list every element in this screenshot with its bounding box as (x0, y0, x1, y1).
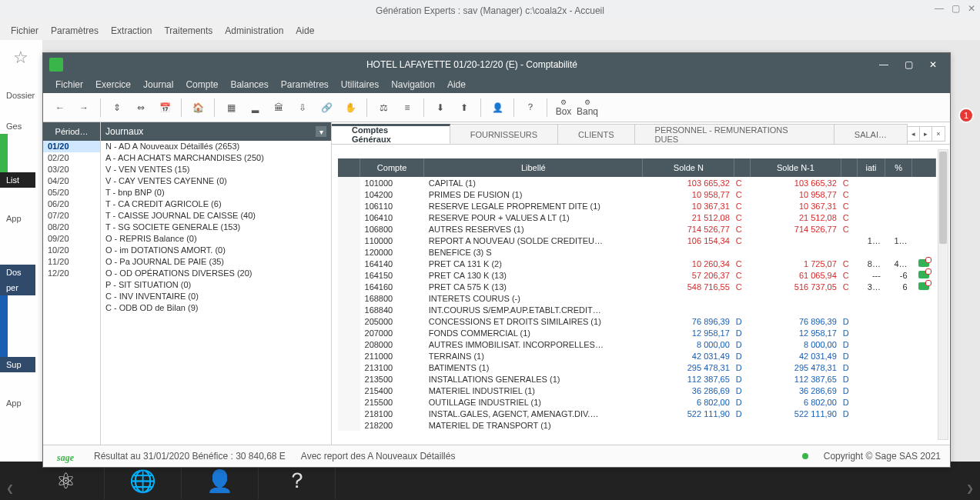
tool-import-icon[interactable]: ⇩ (292, 97, 313, 118)
journal-item[interactable]: C - ODB OD de Bilan (9) (101, 302, 331, 314)
favorite-star-icon[interactable]: ☆ (9, 48, 32, 71)
scrollbar-thumb[interactable] (939, 152, 947, 244)
cmenu-aide[interactable]: Aide (447, 79, 466, 90)
tool-balance-icon[interactable]: ⚖ (373, 97, 394, 118)
cmenu-journal[interactable]: Journal (143, 79, 173, 90)
journal-item[interactable]: A - ACH ACHATS MARCHANDISES (250) (101, 152, 331, 164)
table-row[interactable]: 213500INSTALLATIONS GENERALES (1)112 387… (338, 373, 936, 385)
tool-hand-icon[interactable]: ✋ (339, 97, 361, 118)
table-row[interactable]: 168800INTERETS COURUS (-) (338, 292, 936, 304)
period-item[interactable]: 08/20 (43, 222, 100, 233)
journal-item[interactable]: O - OD OPÉRATIONS DIVERSES (20) (101, 268, 331, 279)
journal-item[interactable]: T - CAISSE JOURNAL DE CAISSE (40) (101, 210, 331, 222)
tool-expand-icon[interactable]: ⇔ (130, 97, 152, 118)
period-item[interactable]: 02/20 (43, 152, 100, 164)
table-row[interactable]: 106800AUTRES RESERVES (1)714 526,77C714 … (338, 223, 936, 235)
table-row[interactable]: 168840INT.COURUS S/EMP.AUP.ETABLT.CREDIT… (338, 304, 936, 315)
cmenu-fichier[interactable]: Fichier (55, 79, 83, 90)
table-row[interactable]: 213100BATIMENTS (1)295 478,31D295 478,31… (338, 362, 936, 373)
table-row[interactable]: 120000BENEFICE (3) S (338, 246, 936, 258)
table-row[interactable]: 211000TERRAINS (1)42 031,49D42 031,49D (338, 350, 936, 362)
child-close-icon[interactable]: ✕ (922, 56, 944, 73)
left-label-dossier[interactable]: Dossier (0, 88, 42, 103)
journal-item[interactable]: T - bnp BNP (0) (101, 187, 331, 198)
menu-administration[interactable]: Administration (225, 25, 283, 36)
cmenu-utilitaires[interactable]: Utilitaires (341, 79, 379, 90)
journal-item[interactable]: V - VEN VENTES (15) (101, 164, 331, 175)
left-label-list[interactable]: List (0, 172, 35, 188)
table-row[interactable]: 101000CAPITAL (1)103 665,32C103 665,32C (338, 177, 936, 188)
journal-item[interactable]: N - AD A Nouveaux Détaillés (2653) (101, 141, 331, 152)
menu-aide[interactable]: Aide (296, 25, 314, 36)
tab-personnel[interactable]: PERSONNEL - REMUNERATIONS DUES (634, 124, 835, 144)
bottom-globe-icon[interactable]: 🌐 (105, 462, 182, 499)
tool-bank-icon[interactable]: 🏛 (268, 97, 289, 118)
journal-item[interactable]: P - SIT SITUATION (0) (101, 279, 331, 291)
col-libelle[interactable]: Libellé (424, 158, 643, 177)
left-label-sup[interactable]: Sup (0, 357, 35, 372)
tool-table-icon[interactable]: ▦ (220, 97, 242, 118)
notification-badge[interactable]: 1 (958, 108, 974, 123)
table-row[interactable]: 218200MATERIEL DE TRANSPORT (1) (338, 419, 936, 431)
periods-header[interactable]: Périod… (43, 122, 100, 141)
col-solden[interactable]: Solde N (643, 158, 734, 177)
grid-vertical-scrollbar[interactable] (938, 149, 948, 440)
nav-prev-icon[interactable]: ❮ (6, 483, 14, 494)
period-item[interactable]: 05/20 (43, 187, 100, 198)
period-item[interactable]: 07/20 (43, 210, 100, 222)
maximize-icon[interactable]: ▢ (952, 3, 960, 14)
period-item[interactable]: 04/20 (43, 175, 100, 187)
tool-user-icon[interactable]: 👤 (487, 97, 508, 118)
journal-item[interactable]: O - REPRIS Balance (0) (101, 233, 331, 245)
table-row[interactable]: 164140PRET CA 131 K (2)10 260,34C1 725,0… (338, 258, 936, 269)
journal-item[interactable]: O - Pa JOURNAL DE PAIE (35) (101, 256, 331, 268)
minimize-icon[interactable]: — (935, 3, 944, 14)
tab-fournisseurs[interactable]: FOURNISSEURS (450, 124, 558, 144)
tool-home-icon[interactable]: 🏠 (187, 97, 209, 118)
table-row[interactable]: 164160PRET CA 575 K (13)548 716,55C516 7… (338, 281, 936, 292)
tool-download-icon[interactable]: ⬇ (430, 97, 451, 118)
close-icon[interactable]: ✕ (968, 3, 975, 14)
tab-nav-close-icon[interactable]: × (932, 127, 945, 141)
tool-upload-icon[interactable]: ⬆ (453, 97, 475, 118)
period-item[interactable]: 12/20 (43, 268, 100, 279)
period-item[interactable]: 09/20 (43, 233, 100, 245)
table-row[interactable]: 164150PRET CA 130 K (13)57 206,37C61 065… (338, 269, 936, 281)
table-row[interactable]: 110000REPORT A NOUVEAU (SOLDE CREDITEU…1… (338, 235, 936, 246)
tool-collapse-icon[interactable]: ⇕ (106, 97, 128, 118)
cmenu-exercice[interactable]: Exercice (95, 79, 131, 90)
tab-nav-prev-icon[interactable]: ◂ (908, 127, 920, 141)
col-compte[interactable]: Compte (360, 158, 424, 177)
menu-extraction[interactable]: Extraction (111, 25, 152, 36)
child-minimize-icon[interactable]: — (873, 56, 895, 73)
tab-clients[interactable]: CLIENTS (557, 124, 634, 144)
left-label-per[interactable]: per (0, 280, 35, 295)
table-row[interactable]: 106410RESERVE POUR + VALUES A LT (1)21 5… (338, 212, 936, 223)
tool-help-icon[interactable]: ？ (520, 97, 541, 118)
period-item[interactable]: 03/20 (43, 164, 100, 175)
period-item[interactable]: 01/20 (43, 141, 100, 152)
tool-back-icon[interactable]: ← (49, 97, 71, 118)
period-item[interactable]: 06/20 (43, 198, 100, 210)
menu-fichier[interactable]: Fichier (11, 25, 38, 36)
child-titlebar[interactable]: HOTEL LAFAYETTE 01/20-12/20 (E) - Compta… (43, 53, 950, 76)
cmenu-compte[interactable]: Compte (186, 79, 218, 90)
bottom-network-icon[interactable]: ⚛ (28, 462, 105, 499)
tool-tree-icon[interactable]: ▂ (244, 97, 266, 118)
table-row[interactable]: 218100INSTAL.GALES, AGENCT, AMENAGT.DIV.… (338, 408, 936, 419)
tool-box-icon[interactable]: ⚙Box (553, 97, 574, 118)
tab-salaires[interactable]: SALAI… (834, 124, 908, 144)
tool-list-icon[interactable]: ≡ (396, 97, 418, 118)
tool-link-icon[interactable]: 🔗 (316, 97, 337, 118)
cmenu-parametres[interactable]: Paramètres (281, 79, 329, 90)
menu-traitements[interactable]: Traitements (164, 25, 212, 36)
tab-comptes-generaux[interactable]: Comptes Généraux (332, 124, 450, 144)
bottom-person-icon[interactable]: 👤 (182, 462, 259, 499)
tab-nav-next-icon[interactable]: ▸ (920, 127, 932, 141)
table-row[interactable]: 208000AUTRES IMMOBILISAT. INCORPORELLES…… (338, 338, 936, 350)
table-row[interactable]: 215400MATERIEL INDUSTRIEL (1)36 286,69D3… (338, 385, 936, 396)
period-item[interactable]: 11/20 (43, 256, 100, 268)
table-row[interactable]: 104200PRIMES DE FUSION (1)10 958,77C10 9… (338, 188, 936, 200)
col-solden1[interactable]: Solde N-1 (750, 158, 841, 177)
table-row[interactable]: 215500OUTILLAGE INDUSTRIEL (1)6 802,00D6… (338, 396, 936, 408)
